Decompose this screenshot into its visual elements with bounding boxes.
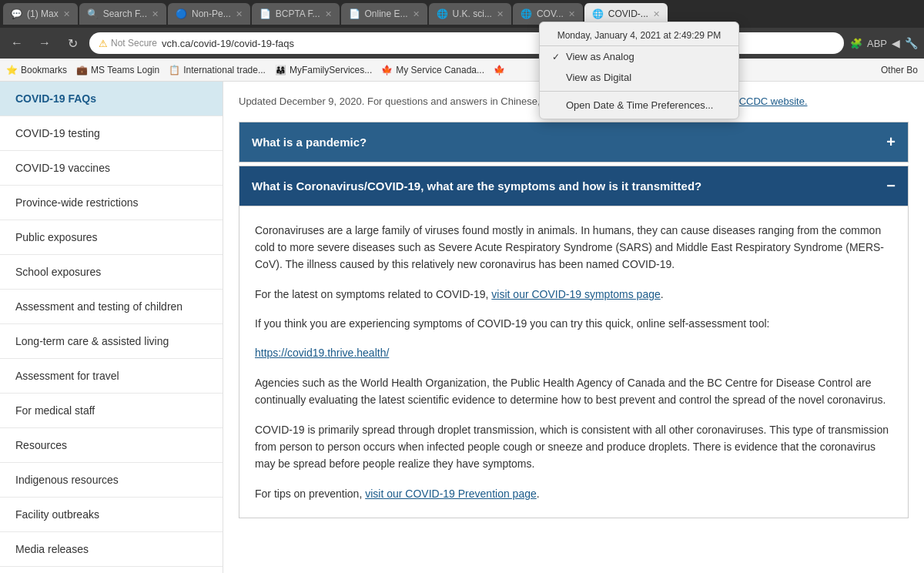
sidebar: COVID-19 FAQs COVID-19 testing COVID-19 …: [0, 82, 223, 573]
bookmark-msteams[interactable]: 💼 MS Teams Login: [76, 65, 159, 75]
bookmark-canada[interactable]: 🍁 My Service Canada...: [381, 65, 484, 75]
bookmarks-bar: ⭐ Bookmarks 💼 MS Teams Login 📋 Internati…: [0, 59, 924, 82]
back-button[interactable]: ←: [6, 32, 28, 54]
tab-title-covid-active: COVID-...: [608, 8, 648, 19]
clock-dropdown-menu: Monday, January 4, 2021 at 2:49:29 PM ✓ …: [539, 22, 739, 119]
dropdown-view-analog[interactable]: ✓ View as Analog: [540, 46, 738, 67]
dropdown-open-prefs[interactable]: ✓ Open Date & Time Preferences...: [540, 95, 738, 116]
not-secure-label: Not Secure: [111, 38, 157, 49]
tab-icon-bcpta: 📄: [259, 8, 271, 19]
adblock-icon[interactable]: ABP: [867, 38, 887, 49]
tab-close-online[interactable]: ✕: [413, 9, 420, 19]
bookmark-maple[interactable]: 🍁: [494, 65, 505, 75]
tab-icon-uk: 🌐: [437, 8, 448, 19]
browser-actions: 🧩 ABP ◀ 🔧: [850, 37, 918, 49]
tab-nonpe[interactable]: 🔵 Non-Pe... ✕: [168, 3, 250, 25]
tab-close-search[interactable]: ✕: [152, 9, 159, 19]
back-arrow-icon[interactable]: ◀: [892, 37, 900, 49]
main-content: Updated December 9, 2020. For questions …: [223, 82, 924, 573]
tab-close-bcpta[interactable]: ✕: [325, 9, 332, 19]
symptoms-link[interactable]: visit our COVID-19 symptoms page: [491, 288, 660, 300]
sidebar-item-travel[interactable]: Assessment for travel: [0, 359, 223, 394]
canada-label: My Service Canada...: [396, 65, 484, 75]
bookmark-trade[interactable]: 📋 International trade...: [169, 65, 266, 75]
bookmark-label: Bookmarks: [21, 65, 67, 75]
tab-icon-online: 📄: [349, 8, 360, 19]
tab-title-bcpta: BCPTA F...: [276, 8, 320, 19]
forward-button[interactable]: →: [34, 32, 55, 54]
tab-title-max: (1) Max: [27, 8, 59, 19]
tab-title-search: Search F...: [103, 8, 147, 19]
bookmark-star-icon: ⭐: [6, 65, 18, 75]
dropdown-separator: [540, 91, 738, 92]
faq-coronavirus-toggle: −: [886, 177, 896, 195]
canada-icon: 🍁: [381, 65, 393, 75]
msteams-icon: 💼: [76, 65, 88, 75]
thrive-health-link[interactable]: https://covid19.thrive.health/: [255, 347, 389, 359]
faq-pandemic-toggle: +: [886, 133, 896, 151]
tab-close-uk[interactable]: ✕: [497, 9, 504, 19]
sidebar-item-resources[interactable]: Resources: [0, 428, 223, 463]
sidebar-item-assessment-children[interactable]: Assessment and testing of children: [0, 290, 223, 324]
faq-para-6: COVID-19 is primarily spread through dro…: [255, 421, 892, 473]
tab-title-uk: U.K. sci...: [453, 8, 492, 19]
browser-chrome: 💬 (1) Max ✕ 🔍 Search F... ✕ 🔵 Non-Pe... …: [0, 0, 924, 82]
faq-para-3: If you think you are experiencing sympto…: [255, 315, 892, 332]
faq-pandemic-header[interactable]: What is a pandemic? +: [239, 122, 908, 162]
faq-pandemic-question: What is a pandemic?: [252, 136, 367, 149]
faq-para-2: For the latest on symptoms related to CO…: [255, 286, 892, 303]
tab-uk[interactable]: 🌐 U.K. sci... ✕: [429, 3, 511, 25]
tab-close-covid-active[interactable]: ✕: [653, 9, 660, 19]
prevention-link[interactable]: visit our COVID-19 Prevention page: [365, 488, 537, 500]
tab-max[interactable]: 💬 (1) Max ✕: [3, 3, 78, 25]
tab-close-max[interactable]: ✕: [63, 9, 70, 19]
sidebar-item-school[interactable]: School exposures: [0, 255, 223, 290]
bookmark-family[interactable]: 👨‍👩‍👧 MyFamilyServices...: [275, 65, 372, 75]
url-display: vch.ca/covid-19/covid-19-faqs: [162, 38, 294, 49]
tab-title-online: Online E...: [365, 8, 408, 19]
sidebar-item-faqs[interactable]: COVID-19 FAQs: [0, 82, 223, 116]
tab-close-nonpe[interactable]: ✕: [236, 9, 243, 19]
sidebar-item-public[interactable]: Public exposures: [0, 220, 223, 255]
bookmark-other[interactable]: Other Bo: [881, 65, 918, 75]
faq-coronavirus-question: What is Coronavirus/COVID-19, what are t…: [252, 179, 701, 193]
sidebar-item-testing[interactable]: COVID-19 testing: [0, 116, 223, 151]
dropdown-date-time: Monday, January 4, 2021 at 2:49:29 PM: [540, 25, 738, 46]
tab-icon-cov: 🌐: [521, 8, 532, 19]
sidebar-item-media[interactable]: Media releases: [0, 532, 223, 567]
view-digital-label: View as Digital: [566, 72, 631, 83]
not-secure-indicator: ⚠ Not Secure: [99, 38, 157, 49]
address-bar: ← → ↻ ⚠ Not Secure vch.ca/covid-19/covid…: [0, 28, 924, 59]
faq-coronavirus: What is Coronavirus/COVID-19, what are t…: [239, 166, 909, 519]
trade-label: International trade...: [183, 65, 266, 75]
sidebar-item-vaccines[interactable]: COVID-19 vaccines: [0, 151, 223, 186]
sidebar-item-restrictions[interactable]: Province-wide restrictions: [0, 186, 223, 220]
page-container: COVID-19 FAQs COVID-19 testing COVID-19 …: [0, 82, 924, 573]
bookmark-bookmarks[interactable]: ⭐ Bookmarks: [6, 65, 67, 75]
faq-para-1: Coronaviruses are a large family of viru…: [255, 222, 892, 273]
tab-icon-covid-active: 🌐: [592, 8, 604, 19]
puzzle-icon[interactable]: 🔧: [905, 37, 918, 49]
family-label: MyFamilyServices...: [290, 65, 372, 75]
faq-para-5: Agencies such as the World Health Organi…: [255, 374, 892, 409]
other-bookmarks-label: Other Bo: [881, 65, 918, 75]
faq-coronavirus-header[interactable]: What is Coronavirus/COVID-19, what are t…: [239, 166, 908, 206]
sidebar-item-indigenous[interactable]: Indigenous resources: [0, 463, 223, 498]
dropdown-view-digital[interactable]: ✓ View as Digital: [540, 67, 738, 88]
tab-icon-search: 🔍: [87, 8, 99, 19]
tab-bcpta[interactable]: 📄 BCPTA F... ✕: [252, 3, 340, 25]
extensions-icon[interactable]: 🧩: [850, 38, 862, 49]
sidebar-item-outbreaks[interactable]: Facility outbreaks: [0, 498, 223, 532]
tab-search[interactable]: 🔍 Search F... ✕: [79, 3, 166, 25]
sidebar-item-medical[interactable]: For medical staff: [0, 394, 223, 428]
family-icon: 👨‍👩‍👧: [275, 65, 286, 75]
reload-button[interactable]: ↻: [62, 32, 83, 54]
tab-bar: 💬 (1) Max ✕ 🔍 Search F... ✕ 🔵 Non-Pe... …: [0, 0, 924, 28]
sidebar-item-longterm[interactable]: Long-term care & assisted living: [0, 324, 223, 359]
tab-online[interactable]: 📄 Online E... ✕: [341, 3, 427, 25]
faq-para-4: https://covid19.thrive.health/: [255, 344, 892, 361]
tab-close-cov[interactable]: ✕: [568, 9, 575, 19]
trade-icon: 📋: [169, 65, 180, 75]
view-analog-label: View as Analog: [566, 51, 634, 62]
msteams-label: MS Teams Login: [91, 65, 159, 75]
